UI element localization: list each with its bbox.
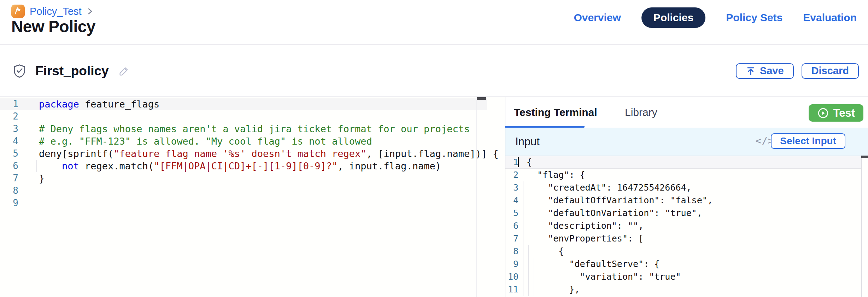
module-nav: Overview Policies Policy Sets Evaluation [574,0,857,45]
nav-tab-evaluation[interactable]: Evaluation [803,7,857,28]
code-line[interactable]: 8 { [505,245,861,258]
line-number: 4 [505,194,518,207]
code-line[interactable]: 9 "defaultServe": { [505,258,861,270]
line-content: "defaultOffVariation": "false", [518,194,713,207]
line-number: 1 [505,156,518,169]
code-line[interactable]: 1{ [505,156,861,169]
line-number: 6 [0,160,25,172]
discard-button-label: Discard [811,65,849,77]
code-line[interactable]: 10 "variation": "true" [505,270,861,283]
line-number: 7 [505,232,518,245]
input-editor-scrollbar-thumb[interactable] [861,156,868,158]
policy-name: First_policy [35,64,109,78]
nav-tab-policy-sets[interactable]: Policy Sets [726,7,782,28]
line-content: "defaultServe": { [518,258,659,270]
policy-editor-scrollbar-thumb[interactable] [477,97,486,100]
code-line[interactable]: 11 }, [505,283,861,296]
code-line[interactable]: 9 [0,197,487,209]
line-content: "createdAt": 1647255426664, [518,181,692,194]
indent-guide [534,283,534,296]
tab-library[interactable]: Library [625,106,657,118]
line-number: 3 [0,123,25,135]
code-line[interactable]: 3# Deny flags whose names aren't a valid… [0,123,487,135]
page-header: Policy_Test New Policy Overview Policies… [0,0,868,45]
code-line[interactable]: 2 "flag": { [505,169,861,181]
line-content: }, [518,283,580,296]
code-line[interactable]: 2 [0,110,487,123]
policy-editor-scrollbar-track[interactable] [476,97,486,297]
chevron-right-icon [87,7,94,16]
breadcrumb-project-link[interactable]: Policy_Test [30,6,82,17]
input-editor-scrollbar-track[interactable] [861,156,868,297]
toolbar-actions: Save Discard [736,45,859,97]
code-line[interactable]: 6 not regex.match("[FFM|OPA|CI|CD]+[-][1… [0,160,487,172]
line-number: 2 [505,169,518,181]
feature-flags-module-icon[interactable] [11,5,25,18]
indent-guide [523,245,523,258]
code-line[interactable]: 8 [0,185,487,197]
indent-guide [523,181,523,194]
line-content [25,197,39,209]
indent-guide [523,258,523,270]
save-button-label: Save [760,65,784,77]
line-number: 6 [505,220,518,232]
edit-pencil-icon[interactable] [118,65,130,77]
indent-guide [528,270,529,283]
line-number: 8 [0,185,25,197]
input-section-label: Input [515,135,540,148]
indent-guide [523,194,523,207]
code-line[interactable]: 3 "createdAt": 1647255426664, [505,181,861,194]
policy-toolbar: First_policy Save Discard [0,45,868,97]
code-line[interactable]: 5 "defaultOnVariation": "true", [505,207,861,220]
input-header-bar: Input </> Select Input [505,128,868,156]
code-line[interactable]: 4 "defaultOffVariation": "false", [505,194,861,207]
nav-tab-overview[interactable]: Overview [574,7,621,28]
code-line[interactable]: 7} [0,172,487,185]
line-number: 5 [0,147,25,160]
testing-terminal-panel: Testing Terminal Library Test Input </> … [505,97,868,297]
breadcrumb: Policy_Test [11,5,94,18]
play-circle-icon [817,107,829,119]
line-content [25,110,39,123]
input-json-editor[interactable]: 1{2 "flag": {3 "createdAt": 164725542666… [505,156,868,297]
line-content: not regex.match("[FFM|OPA|CI|CD]+[-][1-9… [25,160,441,172]
policy-code-editor[interactable]: 1package feature_flags23# Deny flags who… [0,97,505,297]
line-content: deny[sprintf("feature flag name '%s' doe… [25,147,498,160]
line-content: "flag": { [518,169,585,181]
discard-button[interactable]: Discard [802,63,859,79]
indent-guide [36,160,37,172]
code-line[interactable]: 4# e.g. "FFM-123" is allowed. "My cool f… [0,135,487,147]
line-content [25,185,39,197]
tab-testing-terminal[interactable]: Testing Terminal [514,106,597,118]
line-number: 11 [505,283,518,296]
line-number: 10 [505,270,518,283]
code-line[interactable]: 1package feature_flags [0,98,487,110]
save-button[interactable]: Save [736,63,794,79]
code-line[interactable]: 7 "envProperties": [ [505,232,861,245]
indent-guide [523,270,523,283]
page-title: New Policy [11,17,95,36]
line-number: 7 [0,172,25,185]
line-content: { [518,156,532,169]
nav-tab-policies[interactable]: Policies [641,7,705,28]
shield-check-icon [13,64,26,78]
line-content: "envProperties": [ [518,232,644,245]
text-cursor [518,157,519,167]
select-input-button[interactable]: Select Input [771,133,845,149]
line-content: { [518,245,564,258]
code-line[interactable]: 5deny[sprintf("feature flag name '%s' do… [0,147,487,160]
code-line[interactable]: 6 "description": "", [505,220,861,232]
line-number: 9 [505,258,518,270]
test-button[interactable]: Test [809,104,863,122]
line-content: "description": "", [518,220,644,232]
flag-icon [14,7,22,16]
line-content: # Deny flags whose names aren't a valid … [25,123,470,135]
line-content: "variation": "true" [518,270,681,283]
editor-area: 1package feature_flags23# Deny flags who… [0,97,868,297]
indent-guide [523,283,523,296]
indent-guide [523,232,523,245]
line-content: "defaultOnVariation": "true", [518,207,702,220]
indent-guide [534,270,534,283]
indent-guide [539,270,539,283]
line-number: 4 [0,135,25,147]
